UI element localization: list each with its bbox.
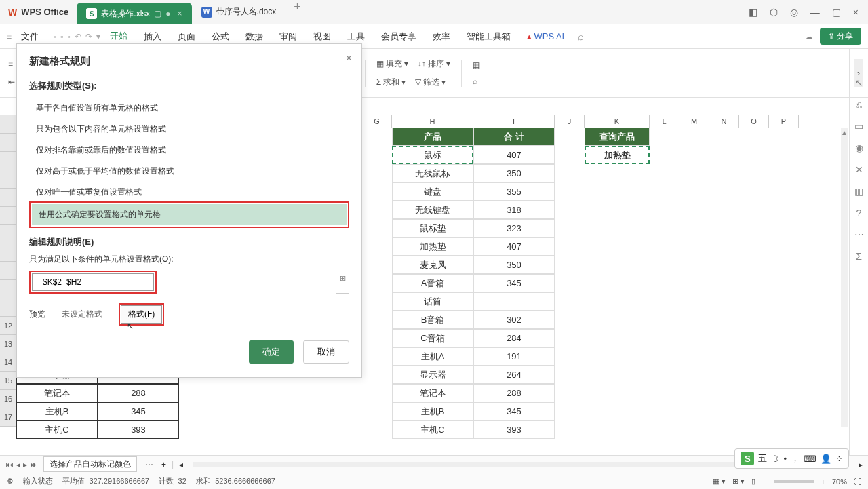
branch-icon[interactable]: ⎌	[856, 99, 862, 110]
row-header[interactable]	[0, 189, 16, 207]
rule-item-1[interactable]: 只为包含以下内容的单元格设置格式	[29, 119, 349, 140]
format-button[interactable]: 格式(F)	[121, 305, 162, 324]
cell[interactable]: 无线键盘	[392, 201, 473, 219]
sort-button[interactable]: ↓↑ 排序 ▾	[415, 57, 453, 71]
cell[interactable]: B音箱	[392, 311, 473, 329]
row-header[interactable]: 14	[0, 353, 16, 372]
cell[interactable]: 麦克风	[392, 256, 473, 274]
rule-item-2[interactable]: 仅对排名靠前或靠后的数值设置格式	[29, 140, 349, 161]
row-header[interactable]	[0, 170, 16, 189]
minimize-icon[interactable]: —	[810, 7, 820, 18]
view-normal-icon[interactable]: ▦ ▾	[713, 477, 726, 486]
cell[interactable]: 主机C	[16, 420, 98, 439]
zoom-slider[interactable]	[774, 480, 814, 483]
cell[interactable]: 无线鼠标	[392, 164, 473, 182]
cell[interactable]: 350	[473, 256, 555, 274]
cell[interactable]: 主机B	[16, 402, 98, 420]
menu-view[interactable]: 视图	[307, 28, 338, 45]
zoom-out-icon[interactable]: −	[762, 477, 766, 486]
row-header[interactable]	[0, 134, 16, 152]
cell[interactable]: 话筒	[392, 292, 473, 311]
last-sheet-icon[interactable]: ⏭	[30, 460, 38, 469]
panel-icon[interactable]: ◧	[749, 7, 757, 18]
row-header[interactable]: 17	[0, 408, 16, 427]
row-header[interactable]	[0, 262, 16, 280]
row-header[interactable]	[0, 115, 16, 134]
ime-badge[interactable]: S 五 ☽ • ， ⌨ 👤 ⁘	[734, 448, 849, 469]
rule-item-5[interactable]: 使用公式确定要设置格式的单元格	[32, 204, 347, 225]
row-header[interactable]	[0, 280, 16, 298]
scroll-left-icon[interactable]: ◂	[179, 460, 183, 469]
cell[interactable]: 查询产品	[585, 128, 650, 146]
cancel-button[interactable]: 取消	[303, 340, 349, 364]
zoom-in-icon[interactable]: +	[821, 477, 825, 486]
menu-smart[interactable]: 智能工具箱	[460, 28, 517, 45]
menu-vip[interactable]: 会员专享	[374, 28, 423, 45]
cell[interactable]: 显示器	[392, 366, 473, 384]
sheet-menu-icon[interactable]: ⋯	[142, 460, 156, 469]
cell[interactable]: 393	[473, 420, 555, 439]
cloud-icon[interactable]: ☁	[805, 32, 813, 41]
add-sheet-icon[interactable]: +	[161, 460, 166, 469]
close-window-icon[interactable]: ×	[853, 7, 859, 18]
filter-button[interactable]: ▽ 筛选 ▾	[412, 75, 448, 90]
align-left-icon[interactable]: ≡	[5, 58, 16, 70]
row-header[interactable]	[0, 225, 16, 243]
range-picker-icon[interactable]: ⊞	[336, 271, 349, 294]
cell[interactable]: 主机B	[392, 402, 473, 420]
cell[interactable]: 键盘	[392, 182, 473, 201]
cell[interactable]: 主机A	[392, 347, 473, 366]
prev-sheet-icon[interactable]: ◂	[16, 460, 20, 469]
row-header[interactable]: 12	[0, 317, 16, 335]
cell[interactable]: 284	[473, 329, 555, 347]
cell[interactable]: 鼠标垫	[392, 219, 473, 237]
row-header[interactable]: 16	[0, 390, 16, 408]
cell[interactable]: 笔记本	[16, 384, 98, 402]
package-icon[interactable]: ⬡	[770, 7, 778, 18]
col-header[interactable]: N	[709, 115, 739, 128]
cell[interactable]: 350	[473, 164, 555, 182]
col-header[interactable]: O	[739, 115, 769, 128]
cell[interactable]: 323	[473, 219, 555, 237]
col-header[interactable]: K	[585, 115, 650, 128]
menu-page[interactable]: 页面	[171, 28, 202, 45]
col-header[interactable]: G	[362, 115, 392, 128]
cell[interactable]: 鼠标	[392, 146, 473, 164]
sigma-icon[interactable]: Σ	[856, 251, 862, 262]
cell[interactable]: 318	[473, 201, 555, 219]
rule-type-list[interactable]: 基于各自值设置所有单元格的格式 只为包含以下内容的单元格设置格式 仅对排名靠前或…	[29, 98, 349, 228]
col-header[interactable]: M	[679, 115, 709, 128]
tab-add[interactable]: +	[285, 0, 309, 24]
expand-icon[interactable]: ▾	[96, 32, 100, 41]
share-button[interactable]: ⇪ 分享	[820, 28, 861, 45]
dialog-close-icon[interactable]: ×	[346, 52, 352, 64]
cell[interactable]: A音箱	[392, 274, 473, 292]
ok-button[interactable]: 确定	[249, 340, 294, 364]
tab-document[interactable]: W 带序号人名.docx	[192, 0, 286, 24]
cell[interactable]: 407	[473, 237, 555, 256]
maximize-icon[interactable]: ▢	[832, 7, 841, 18]
row-header[interactable]	[0, 152, 16, 170]
menu-ai[interactable]: ▴ WPS AI	[520, 28, 571, 44]
layout-icon[interactable]: ▭	[854, 121, 863, 132]
scrollbar-vertical[interactable]: ▴	[841, 128, 848, 427]
redo-icon[interactable]: ↷	[85, 32, 92, 41]
cell[interactable]: 355	[473, 182, 555, 201]
camera-icon[interactable]: ◉	[855, 142, 863, 153]
cell[interactable]: 407	[473, 146, 555, 164]
rule-item-4[interactable]: 仅对唯一值或重复值设置格式	[29, 182, 349, 203]
close-icon[interactable]: ×	[178, 9, 182, 18]
rule-item-0[interactable]: 基于各自值设置所有单元格的格式	[29, 98, 349, 119]
cell[interactable]: 笔记本	[392, 384, 473, 402]
minus-icon[interactable]: —	[854, 56, 864, 66]
skin-icon[interactable]: ◎	[790, 7, 798, 18]
cell[interactable]: 393	[98, 420, 179, 439]
help-icon[interactable]: ?	[856, 208, 862, 218]
menu-formula[interactable]: 公式	[205, 28, 236, 45]
cell[interactable]: 288	[473, 384, 555, 402]
row-header[interactable]: 15	[0, 372, 16, 390]
menu-review[interactable]: 审阅	[273, 28, 304, 45]
cell[interactable]: 合 计	[473, 128, 555, 146]
find-icon[interactable]: ⌕	[470, 75, 480, 87]
col-header[interactable]: P	[769, 115, 799, 128]
